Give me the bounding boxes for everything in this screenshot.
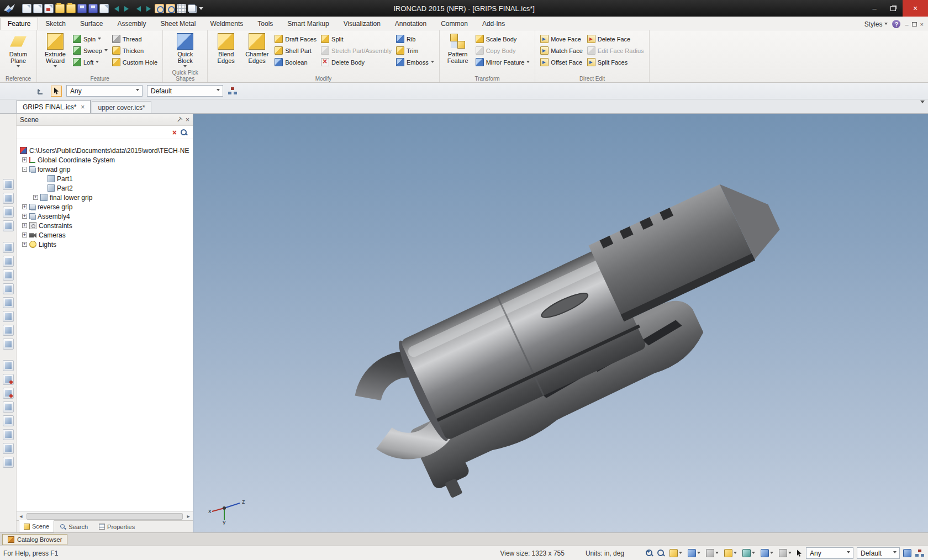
- shell-part-button[interactable]: Shell Part: [273, 45, 318, 56]
- print-icon[interactable]: [99, 4, 109, 13]
- tab-scene[interactable]: Scene: [19, 520, 54, 532]
- sweep-button[interactable]: Sweep: [72, 45, 109, 56]
- tab-properties[interactable]: Properties: [94, 521, 140, 532]
- scale-body-button[interactable]: Scale Body: [474, 34, 531, 44]
- measure-tool-icon[interactable]: [3, 360, 14, 371]
- collapse-icon[interactable]: -: [22, 167, 27, 172]
- link-structure-icon[interactable]: [915, 549, 925, 558]
- smart-dimension-icon[interactable]: [166, 4, 175, 13]
- mdi-minimize-button[interactable]: –: [905, 21, 908, 28]
- tree-row-gcs[interactable]: +Global Coordinate System: [17, 155, 193, 165]
- view-orientation-dropdown[interactable]: [687, 548, 702, 558]
- tree-row-constraints[interactable]: +Constraints: [17, 221, 193, 230]
- zoom-window-icon[interactable]: [657, 549, 665, 557]
- suppress-tool-icon[interactable]: [3, 374, 14, 385]
- close-button[interactable]: ×: [903, 0, 928, 17]
- custom-hole-button[interactable]: Custom Hole: [111, 57, 159, 67]
- annotation-options-dropdown[interactable]: [760, 548, 774, 558]
- assembly-view-icon[interactable]: [3, 256, 14, 267]
- clear-selection-icon[interactable]: ×: [172, 128, 177, 137]
- tree-row-assembly4[interactable]: +Assembly4: [17, 212, 193, 221]
- zoom-in-icon[interactable]: +: [645, 549, 653, 557]
- thicken-button[interactable]: Thicken: [111, 45, 159, 56]
- material-tool-icon[interactable]: [3, 415, 14, 426]
- redo-icon[interactable]: [122, 4, 131, 13]
- tab-tools[interactable]: Tools: [250, 18, 280, 30]
- status-filter-dropdown[interactable]: Any: [806, 547, 853, 559]
- expand-icon[interactable]: +: [22, 204, 27, 209]
- render-tool-icon[interactable]: [3, 429, 14, 440]
- chamfer-edges-button[interactable]: Chamfer Edges: [242, 32, 271, 64]
- expand-icon[interactable]: +: [22, 233, 27, 237]
- tab-annotation[interactable]: Annotation: [388, 18, 434, 30]
- new-scene-icon[interactable]: [22, 4, 31, 13]
- expand-icon[interactable]: +: [22, 157, 27, 162]
- constraint-tool-icon[interactable]: [3, 388, 14, 399]
- tab-surface[interactable]: Surface: [73, 18, 110, 30]
- fit-scene-dropdown[interactable]: [668, 548, 683, 558]
- camera-mode-dropdown[interactable]: [723, 548, 738, 558]
- grid-icon[interactable]: [177, 4, 186, 13]
- search-icon[interactable]: [180, 128, 188, 136]
- shape-filter-dropdown[interactable]: Any: [66, 85, 143, 97]
- scroll-left-icon[interactable]: ◂: [17, 513, 25, 519]
- tab-search[interactable]: Search: [55, 521, 93, 532]
- mirror-feature-button[interactable]: Mirror Feature: [474, 57, 531, 67]
- extrude-tool-icon[interactable]: [3, 193, 14, 204]
- doc-tab-grips-final[interactable]: GRIPS FINAL.ics* ×: [17, 100, 91, 113]
- rib-button[interactable]: Rib: [395, 34, 435, 44]
- tab-assembly[interactable]: Assembly: [110, 18, 153, 30]
- viewport-3d[interactable]: x z y: [193, 114, 928, 532]
- ironcad-logo-icon[interactable]: [0, 0, 19, 17]
- tab-weldments[interactable]: Weldments: [203, 18, 250, 30]
- split-faces-button[interactable]: Split Faces: [586, 57, 645, 67]
- scene-horizontal-scrollbar[interactable]: ◂ ▸: [17, 511, 193, 520]
- spin-tool-icon[interactable]: [3, 207, 14, 218]
- minimize-button[interactable]: –: [865, 0, 884, 17]
- scroll-right-icon[interactable]: ▸: [184, 513, 193, 519]
- tree-row-forwad-grip[interactable]: -forwad grip: [17, 165, 193, 174]
- tab-feature[interactable]: Feature: [0, 18, 38, 30]
- wireframe-view-icon[interactable]: [3, 311, 14, 322]
- delete-face-button[interactable]: Delete Face: [586, 34, 645, 44]
- edit-face-radius-button[interactable]: Edit Face Radius: [586, 45, 645, 56]
- styles-dropdown[interactable]: Styles: [864, 20, 888, 28]
- 3d-model[interactable]: [193, 114, 928, 532]
- emboss-button[interactable]: Emboss: [395, 57, 435, 67]
- scrollbar-thumb[interactable]: [27, 513, 183, 520]
- tree-row-part1[interactable]: Part1: [17, 174, 193, 183]
- cursor-icon[interactable]: [796, 549, 803, 557]
- tab-sheet-metal[interactable]: Sheet Metal: [153, 18, 203, 30]
- tab-smart-markup[interactable]: Smart Markup: [280, 18, 336, 30]
- draft-faces-button[interactable]: Draft Faces: [273, 34, 318, 44]
- copy-body-button[interactable]: Copy Body: [474, 45, 531, 56]
- triball-icon[interactable]: [155, 4, 164, 13]
- close-panel-icon[interactable]: ×: [186, 116, 189, 124]
- save-icon[interactable]: [77, 4, 87, 13]
- next-view-icon[interactable]: [144, 4, 153, 13]
- triball-tool-icon[interactable]: [3, 401, 14, 413]
- thread-button[interactable]: Thread: [111, 34, 159, 44]
- tree-row-final-lower-grip[interactable]: +final lower grip: [17, 193, 193, 202]
- doc-tab-upper-cover[interactable]: upper cover.ics*: [92, 101, 151, 113]
- match-face-button[interactable]: Match Face: [539, 45, 583, 56]
- config-dropdown[interactable]: Default: [147, 85, 223, 97]
- part-view-icon[interactable]: [3, 242, 14, 253]
- restore-button[interactable]: [884, 0, 903, 17]
- pattern-feature-button[interactable]: Pattern Feature: [444, 32, 472, 64]
- close-tab-icon[interactable]: ×: [81, 103, 85, 111]
- section-view-icon[interactable]: [3, 283, 14, 294]
- catalog-browser-tab[interactable]: Catalog Browser: [2, 534, 67, 545]
- spin-button[interactable]: Spin: [72, 34, 109, 44]
- new-drawing-icon[interactable]: [33, 4, 43, 13]
- delete-body-button[interactable]: Delete Body: [320, 57, 393, 67]
- structure-browser-icon[interactable]: [228, 87, 238, 96]
- stretch-part-assembly-button[interactable]: Stretch Part/Assembly: [320, 45, 393, 56]
- datum-plane-button[interactable]: Datum Plane: [4, 32, 33, 69]
- drawing-view-icon[interactable]: [3, 270, 14, 281]
- status-config-dropdown[interactable]: Default: [857, 547, 900, 559]
- perspective-view-icon[interactable]: [3, 325, 14, 336]
- tree-row-lights[interactable]: +Lights: [17, 240, 193, 249]
- pin-icon[interactable]: T: [175, 115, 183, 124]
- tree-row-cameras[interactable]: +Cameras: [17, 230, 193, 240]
